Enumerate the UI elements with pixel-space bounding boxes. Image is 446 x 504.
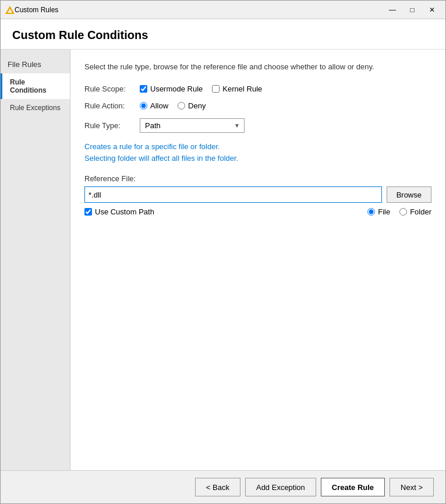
- ref-file-label: Reference File:: [84, 174, 431, 183]
- usermode-checkbox-label[interactable]: Usermode Rule: [140, 84, 203, 93]
- file-radio-label[interactable]: File: [367, 207, 390, 216]
- usermode-checkbox[interactable]: [140, 85, 147, 93]
- ref-file-row: Browse: [84, 186, 431, 203]
- maximize-button[interactable]: □: [403, 4, 421, 16]
- close-button[interactable]: ✕: [423, 4, 441, 16]
- action-label: Rule Action:: [84, 101, 140, 110]
- footer: < Back Add Exception Create Rule Next >: [1, 470, 445, 503]
- kernel-checkbox[interactable]: [212, 85, 220, 93]
- hint-line1: Creates a rule for a specific file or fo…: [84, 141, 431, 153]
- next-button[interactable]: Next >: [390, 478, 434, 496]
- custom-path-left: Use Custom Path: [84, 207, 154, 216]
- allow-radio-label[interactable]: Allow: [140, 101, 168, 110]
- type-label: Rule Type:: [84, 121, 140, 130]
- custom-path-row: Use Custom Path File Folder: [84, 207, 431, 216]
- rule-type-select[interactable]: Path: [140, 118, 245, 133]
- window-title: Custom Rules: [15, 6, 384, 14]
- sidebar: File Rules Rule Conditions Rule Exceptio…: [1, 50, 70, 470]
- scope-checkboxes: Usermode Rule Kernel Rule: [140, 84, 262, 93]
- sidebar-item-rule-conditions[interactable]: Rule Conditions: [1, 73, 70, 99]
- action-radios: Allow Deny: [140, 101, 206, 110]
- allow-label: Allow: [150, 101, 168, 110]
- sidebar-item-rule-exceptions[interactable]: Rule Exceptions: [1, 99, 70, 117]
- create-rule-button[interactable]: Create Rule: [321, 478, 385, 496]
- file-radio[interactable]: [367, 208, 375, 216]
- back-button[interactable]: < Back: [195, 478, 240, 496]
- hint-line2: Selecting folder will affect all files i…: [84, 153, 431, 165]
- file-folder-row: File Folder: [367, 207, 431, 216]
- content-area: Select the rule type, browse for the ref…: [70, 50, 445, 470]
- usermode-label: Usermode Rule: [150, 84, 203, 93]
- kernel-checkbox-label[interactable]: Kernel Rule: [212, 84, 262, 93]
- allow-radio[interactable]: [140, 102, 147, 110]
- main-content: File Rules Rule Conditions Rule Exceptio…: [1, 50, 445, 470]
- folder-radio-label[interactable]: Folder: [399, 207, 431, 216]
- deny-radio-label[interactable]: Deny: [178, 101, 206, 110]
- folder-radio[interactable]: [399, 208, 407, 216]
- browse-button[interactable]: Browse: [387, 186, 431, 203]
- custom-path-checkbox[interactable]: [84, 208, 92, 216]
- ref-file-input[interactable]: [84, 186, 382, 203]
- rule-type-row: Rule Type: Path ▼: [84, 118, 431, 133]
- folder-label: Folder: [410, 207, 431, 216]
- main-window: Custom Rules — □ ✕ Custom Rule Condition…: [0, 0, 446, 504]
- file-label: File: [378, 207, 390, 216]
- custom-path-label: Use Custom Path: [95, 207, 154, 216]
- minimize-button[interactable]: —: [384, 4, 401, 16]
- add-exception-button[interactable]: Add Exception: [245, 478, 316, 496]
- app-icon: [5, 6, 15, 14]
- page-header: Custom Rule Conditions: [1, 19, 445, 50]
- scope-label: Rule Scope:: [84, 84, 140, 93]
- kernel-label: Kernel Rule: [222, 84, 262, 93]
- rule-action-row: Rule Action: Allow Deny: [84, 101, 431, 110]
- reference-file-section: Reference File: Browse Use Custom Path: [84, 174, 431, 216]
- sidebar-section-file-rules[interactable]: File Rules: [1, 55, 70, 73]
- type-select-wrapper: Path ▼: [140, 118, 245, 133]
- description-text: Select the rule type, browse for the ref…: [84, 61, 431, 73]
- window-controls: — □ ✕: [384, 4, 441, 16]
- hint-text: Creates a rule for a specific file or fo…: [84, 141, 431, 165]
- title-bar: Custom Rules — □ ✕: [1, 1, 445, 19]
- page-title: Custom Rule Conditions: [12, 29, 434, 42]
- rule-scope-row: Rule Scope: Usermode Rule Kernel Rule: [84, 84, 431, 93]
- custom-path-checkbox-label[interactable]: Use Custom Path: [84, 207, 154, 216]
- deny-label: Deny: [188, 101, 206, 110]
- deny-radio[interactable]: [178, 102, 185, 110]
